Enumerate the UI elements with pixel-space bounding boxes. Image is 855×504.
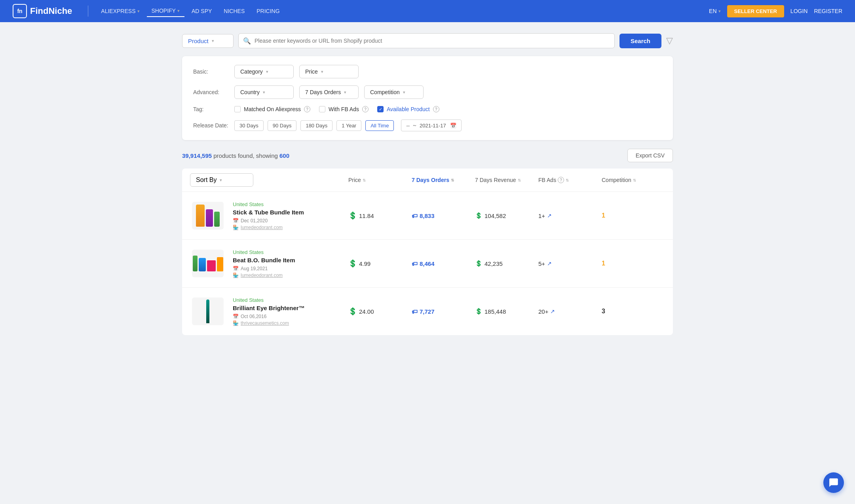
date-chip-180[interactable]: 180 Days [300, 120, 332, 131]
sort-icon: ⇅ [451, 178, 454, 182]
basic-filters-row: Basic: Category ▾ Price ▾ [193, 65, 662, 78]
help-icon[interactable]: ? [362, 106, 369, 112]
orders-col: 🏷 8,833 [412, 212, 475, 219]
fbads-col: 5+ ↗ [538, 260, 602, 267]
external-link-icon[interactable]: ↗ [547, 260, 552, 267]
revenue-col: 💲 42,235 [475, 260, 538, 267]
sort-icon: ⇅ [363, 178, 366, 182]
product-image[interactable] [190, 296, 226, 327]
col-fbads[interactable]: FB Ads ? ⇅ [538, 177, 602, 183]
orders-col: 🏷 7,727 [412, 308, 475, 315]
logo[interactable]: fn FindNiche [13, 4, 72, 18]
tag-label: Tag: [193, 106, 229, 112]
dollar-icon: 💲 [475, 260, 483, 267]
product-name[interactable]: Beat B.O. Bundle Item [233, 257, 348, 263]
price-select[interactable]: Price ▾ [299, 65, 359, 78]
fb-ads-checkbox[interactable] [319, 106, 325, 112]
nav-adspy[interactable]: AD SPY [187, 6, 217, 17]
sort-by-label: Sort By [196, 176, 217, 184]
available-product-checkbox[interactable]: ✓ [377, 106, 384, 112]
product-thumbnail [192, 297, 224, 325]
date-chip-alltime[interactable]: All Time [365, 120, 394, 131]
spray2-shape [199, 258, 206, 271]
login-link[interactable]: LOGIN [790, 8, 808, 14]
tag-options: Matched On Aliexpress ? With FB Ads ? ✓ … [234, 106, 439, 112]
results-showing: 600 [279, 152, 289, 159]
search-input[interactable] [238, 33, 615, 48]
revenue-value: 104,582 [484, 212, 506, 219]
nav-right: EN ▾ SELLER CENTER LOGIN REGISTER [709, 5, 842, 17]
language-selector[interactable]: EN ▾ [709, 8, 720, 14]
category-select[interactable]: Category ▾ [234, 65, 294, 78]
price-col: 💲 11.84 [348, 211, 412, 220]
fbads-col: 1+ ↗ [538, 212, 602, 219]
export-csv-button[interactable]: Export CSV [627, 149, 673, 162]
spray1-shape [193, 256, 198, 271]
search-input-wrap: 🔍 [238, 33, 615, 48]
fbads-value: 1+ [538, 212, 545, 219]
spray-shape [214, 212, 220, 227]
dollar-icon: 💲 [475, 308, 483, 315]
country-select[interactable]: Country ▾ [234, 85, 294, 99]
fbads-value: 20+ [538, 308, 548, 315]
chevron-down-icon: ▾ [212, 38, 214, 44]
chevron-down-icon: ▾ [137, 9, 140, 14]
revenue-value: 185,448 [484, 308, 506, 315]
table-row: United States Stick & Tube Bundle Item 📅… [182, 192, 673, 240]
sort-by-selector[interactable]: Sort By ▾ [190, 173, 348, 187]
product-details: United States Stick & Tube Bundle Item 📅… [233, 201, 348, 230]
tag-available-product: ✓ Available Product ? [377, 106, 439, 112]
price-value: 24.00 [359, 308, 374, 315]
competition-col: 1 [602, 212, 665, 219]
matched-aliexpress-checkbox[interactable] [234, 106, 241, 112]
results-count: 39,914,595 [182, 152, 212, 159]
product-type-selector[interactable]: Product ▾ [182, 34, 234, 48]
help-icon[interactable]: ? [433, 106, 439, 112]
tag-filters-row: Tag: Matched On Aliexpress ? With FB Ads… [193, 106, 662, 112]
box2-shape [217, 257, 223, 271]
product-thumbnail [192, 250, 224, 277]
chat-button[interactable] [823, 472, 844, 493]
product-image[interactable] [190, 200, 226, 231]
nav-shopify[interactable]: SHOPIFY ▾ [147, 5, 184, 17]
col-orders[interactable]: 7 Days Orders ⇅ [412, 177, 475, 183]
price-col: 💲 24.00 [348, 307, 412, 316]
tag-fb-ads: With FB Ads ? [319, 106, 369, 112]
tube-shape [196, 205, 205, 227]
dollar-icon: 💲 [348, 307, 357, 316]
competition-select[interactable]: Competition ▾ [364, 85, 424, 99]
date-chip-1year[interactable]: 1 Year [336, 120, 361, 131]
date-chip-30[interactable]: 30 Days [234, 120, 264, 131]
competition-col: 3 [602, 308, 665, 315]
col-price[interactable]: Price ⇅ [348, 177, 412, 183]
product-table: Sort By ▾ Price ⇅ 7 Days Orders ⇅ 7 Days… [182, 169, 673, 335]
date-chip-90[interactable]: 90 Days [268, 120, 297, 131]
calendar-icon: 📅 [233, 266, 239, 271]
orders-col: 🏷 8,464 [412, 260, 475, 267]
store-icon: 🏪 [233, 273, 239, 278]
help-icon[interactable]: ? [304, 106, 310, 112]
seller-center-button[interactable]: SELLER CENTER [727, 5, 784, 17]
external-link-icon[interactable]: ↗ [550, 308, 555, 315]
product-name[interactable]: Brilliant Eye Brightener™ [233, 305, 348, 311]
search-button[interactable]: Search [619, 34, 661, 48]
product-image[interactable] [190, 248, 226, 279]
logo-text: FindNiche [30, 6, 72, 16]
product-meta: 📅 Oct 06,2016 🏪 thrivecausemetics.com [233, 314, 348, 326]
product-name[interactable]: Stick & Tube Bundle Item [233, 209, 348, 216]
date-range-input[interactable]: -- ～ 2021-11-17 📅 [401, 119, 461, 131]
col-revenue[interactable]: 7 Days Revenue ⇅ [475, 177, 538, 183]
chevron-down-icon: ▾ [266, 69, 268, 74]
fbads-value: 5+ [538, 260, 545, 267]
external-link-icon[interactable]: ↗ [547, 212, 552, 219]
orders-select[interactable]: 7 Days Orders ▾ [299, 85, 359, 99]
competition-value: 1 [602, 260, 605, 267]
col-competition[interactable]: Competition ⇅ [602, 177, 665, 183]
nav-pricing[interactable]: PRICING [252, 6, 284, 17]
dollar-icon: 💲 [348, 211, 357, 220]
filter-icon[interactable]: ▽ [666, 36, 673, 46]
calendar-icon: 📅 [233, 314, 239, 319]
nav-niches[interactable]: NICHES [219, 6, 249, 17]
nav-aliexpress[interactable]: ALIEXPRESS ▾ [96, 6, 144, 17]
register-link[interactable]: REGISTER [814, 8, 842, 14]
